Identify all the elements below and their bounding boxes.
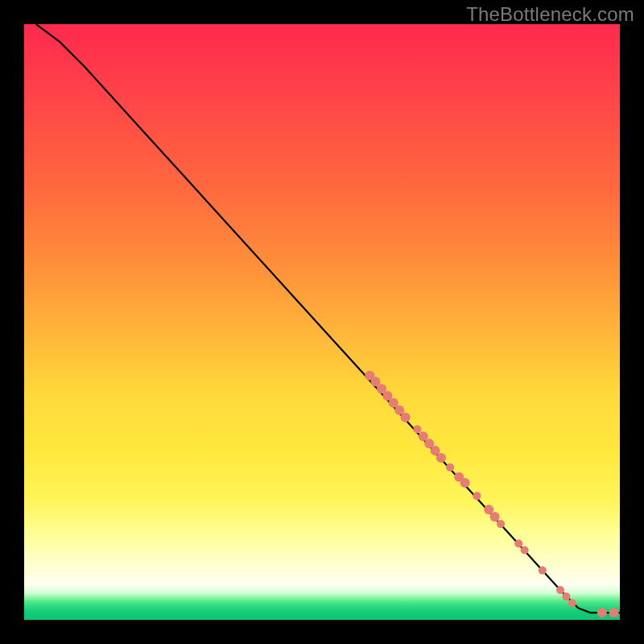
watermark-text: TheBottleneck.com: [466, 3, 634, 26]
chart-frame: TheBottleneck.com: [0, 0, 644, 644]
data-point: [446, 464, 454, 472]
data-point: [460, 478, 470, 488]
data-points: [365, 371, 618, 617]
chart-svg: [24, 24, 620, 620]
data-point: [556, 586, 564, 594]
data-point: [597, 608, 607, 617]
data-point: [562, 592, 570, 601]
plot-area: [24, 24, 620, 620]
data-point: [436, 453, 446, 463]
data-point: [490, 512, 500, 522]
data-point: [514, 539, 522, 547]
data-point: [401, 412, 411, 422]
data-point: [568, 599, 576, 607]
data-point: [539, 567, 547, 575]
data-point: [497, 520, 505, 528]
data-point: [521, 546, 529, 554]
data-point: [413, 425, 421, 433]
data-point: [473, 492, 481, 500]
main-curve: [36, 24, 620, 613]
data-point: [609, 608, 619, 617]
